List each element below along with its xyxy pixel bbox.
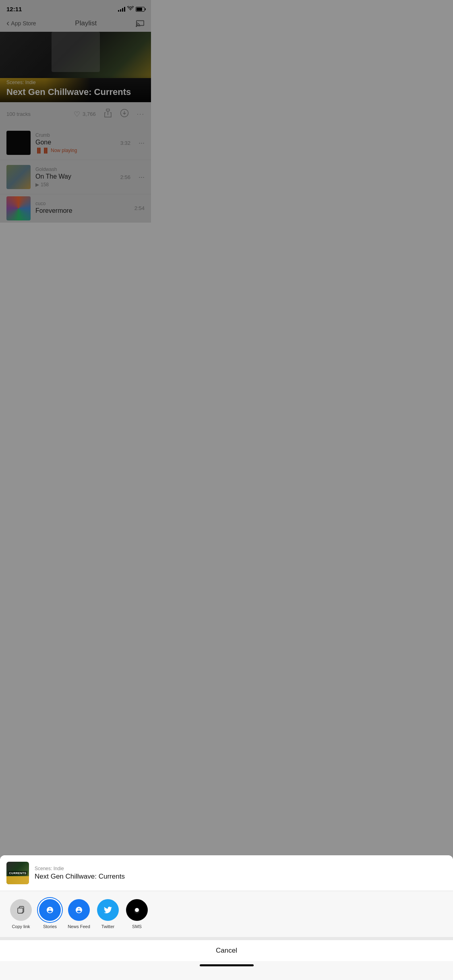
dimmed-overlay [0, 0, 151, 327]
